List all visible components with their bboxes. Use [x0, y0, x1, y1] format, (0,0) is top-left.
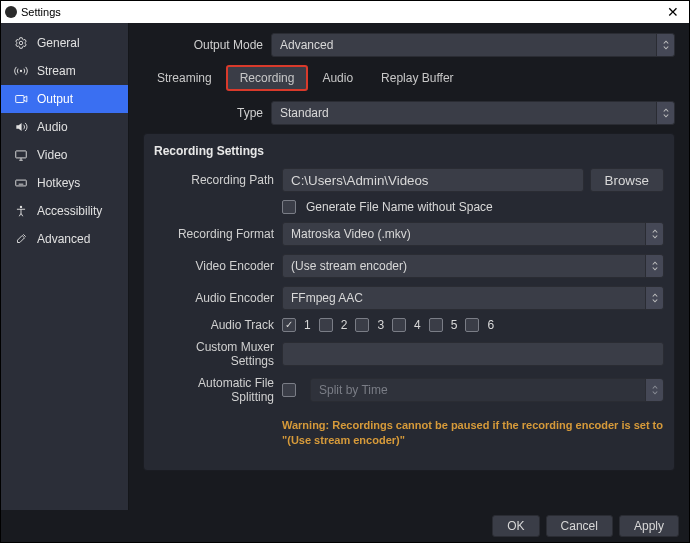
- audio-track-5-checkbox[interactable]: [429, 318, 443, 332]
- audio-track-1-label: 1: [304, 318, 311, 332]
- keyboard-icon: [13, 175, 29, 191]
- audio-track-3-label: 3: [377, 318, 384, 332]
- titlebar: Settings ✕: [1, 1, 689, 23]
- auto-split-checkbox[interactable]: [282, 383, 296, 397]
- output-tabs: Streaming Recording Audio Replay Buffer: [143, 65, 675, 91]
- encoder-warning-text: Warning: Recordings cannot be paused if …: [282, 418, 664, 448]
- type-select[interactable]: Standard: [271, 101, 675, 125]
- svg-rect-2: [16, 96, 24, 103]
- panel-title: Recording Settings: [154, 144, 664, 158]
- tab-label: Replay Buffer: [381, 71, 454, 85]
- sidebar-item-video[interactable]: Video: [1, 141, 128, 169]
- auto-split-mode-select[interactable]: Split by Time: [310, 378, 664, 402]
- sidebar-item-label: Hotkeys: [37, 176, 80, 190]
- svg-point-0: [19, 41, 23, 45]
- svg-rect-4: [16, 180, 27, 186]
- audio-encoder-select[interactable]: FFmpeg AAC: [282, 286, 664, 310]
- output-mode-value: Advanced: [280, 38, 333, 52]
- output-icon: [13, 91, 29, 107]
- sidebar-item-stream[interactable]: Stream: [1, 57, 128, 85]
- sidebar-item-output[interactable]: Output: [1, 85, 128, 113]
- sidebar-item-label: Advanced: [37, 232, 90, 246]
- tab-label: Audio: [322, 71, 353, 85]
- sidebar-item-label: Stream: [37, 64, 76, 78]
- sidebar-item-label: Output: [37, 92, 73, 106]
- chevron-updown-icon: [656, 102, 674, 124]
- dialog-footer: OK Cancel Apply: [1, 510, 689, 542]
- sidebar-item-general[interactable]: General: [1, 29, 128, 57]
- recording-format-select[interactable]: Matroska Video (.mkv): [282, 222, 664, 246]
- tab-recording[interactable]: Recording: [226, 65, 309, 91]
- type-label: Type: [143, 106, 271, 120]
- ok-button[interactable]: OK: [492, 515, 539, 537]
- sidebar-item-audio[interactable]: Audio: [1, 113, 128, 141]
- audio-track-4-checkbox[interactable]: [392, 318, 406, 332]
- filename-no-space-checkbox[interactable]: [282, 200, 296, 214]
- sidebar: General Stream Output Audio Video Hotkey…: [1, 23, 129, 510]
- sidebar-item-label: Video: [37, 148, 67, 162]
- tools-icon: [13, 231, 29, 247]
- video-encoder-value: (Use stream encoder): [291, 259, 407, 273]
- audio-track-2-checkbox[interactable]: [319, 318, 333, 332]
- accessibility-icon: [13, 203, 29, 219]
- recording-format-label: Recording Format: [154, 227, 282, 241]
- output-mode-select[interactable]: Advanced: [271, 33, 675, 57]
- main-content: Output Mode Advanced Streaming Recording…: [129, 23, 689, 510]
- audio-track-1-checkbox[interactable]: [282, 318, 296, 332]
- chevron-updown-icon: [645, 287, 663, 309]
- sidebar-item-hotkeys[interactable]: Hotkeys: [1, 169, 128, 197]
- window-close-button[interactable]: ✕: [661, 5, 685, 19]
- svg-point-1: [20, 70, 22, 72]
- svg-rect-3: [16, 151, 27, 158]
- tab-replay-buffer[interactable]: Replay Buffer: [367, 65, 468, 91]
- monitor-icon: [13, 147, 29, 163]
- chevron-updown-icon: [645, 379, 663, 401]
- audio-track-4-label: 4: [414, 318, 421, 332]
- browse-button[interactable]: Browse: [590, 168, 664, 192]
- svg-point-5: [20, 206, 22, 208]
- window-title: Settings: [21, 6, 61, 18]
- speaker-icon: [13, 119, 29, 135]
- custom-muxer-label: Custom Muxer Settings: [154, 340, 282, 368]
- type-value: Standard: [280, 106, 329, 120]
- recording-settings-panel: Recording Settings Recording Path Browse…: [143, 133, 675, 471]
- video-encoder-select[interactable]: (Use stream encoder): [282, 254, 664, 278]
- sidebar-item-label: Accessibility: [37, 204, 102, 218]
- sidebar-item-accessibility[interactable]: Accessibility: [1, 197, 128, 225]
- audio-track-6-label: 6: [487, 318, 494, 332]
- apply-button[interactable]: Apply: [619, 515, 679, 537]
- audio-track-6-checkbox[interactable]: [465, 318, 479, 332]
- recording-path-input[interactable]: [282, 168, 584, 192]
- recording-path-label: Recording Path: [154, 173, 282, 187]
- tab-streaming[interactable]: Streaming: [143, 65, 226, 91]
- audio-encoder-label: Audio Encoder: [154, 291, 282, 305]
- custom-muxer-input[interactable]: [282, 342, 664, 366]
- audio-track-5-label: 5: [451, 318, 458, 332]
- auto-split-mode-value: Split by Time: [319, 383, 388, 397]
- video-encoder-label: Video Encoder: [154, 259, 282, 273]
- broadcast-icon: [13, 63, 29, 79]
- gear-icon: [13, 35, 29, 51]
- app-icon: [5, 6, 17, 18]
- sidebar-item-advanced[interactable]: Advanced: [1, 225, 128, 253]
- sidebar-item-label: Audio: [37, 120, 68, 134]
- tab-label: Streaming: [157, 71, 212, 85]
- tab-audio[interactable]: Audio: [308, 65, 367, 91]
- filename-no-space-label: Generate File Name without Space: [306, 200, 493, 214]
- sidebar-item-label: General: [37, 36, 80, 50]
- audio-encoder-value: FFmpeg AAC: [291, 291, 363, 305]
- chevron-updown-icon: [645, 223, 663, 245]
- audio-track-2-label: 2: [341, 318, 348, 332]
- chevron-updown-icon: [645, 255, 663, 277]
- chevron-updown-icon: [656, 34, 674, 56]
- recording-format-value: Matroska Video (.mkv): [291, 227, 411, 241]
- output-mode-label: Output Mode: [143, 38, 271, 52]
- audio-track-3-checkbox[interactable]: [355, 318, 369, 332]
- tab-label: Recording: [240, 71, 295, 85]
- auto-split-label: Automatic File Splitting: [154, 376, 282, 404]
- cancel-button[interactable]: Cancel: [546, 515, 613, 537]
- audio-track-label: Audio Track: [154, 318, 282, 332]
